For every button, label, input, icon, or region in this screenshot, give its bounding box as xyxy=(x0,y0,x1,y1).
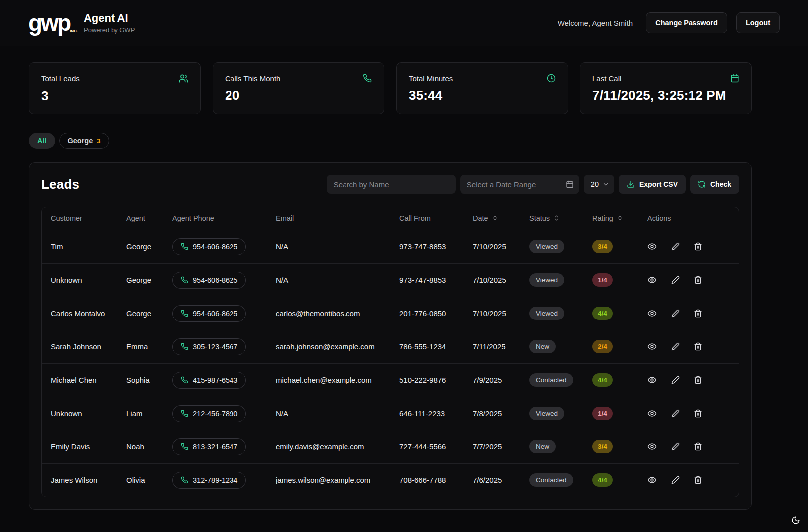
agent-phone-pill[interactable]: 813-321-6547 xyxy=(172,438,246,455)
check-label: Check xyxy=(710,180,731,188)
email-cell: N/A xyxy=(271,230,394,263)
leads-table-body: Tim George 954-606-8625 N/A 973-747-8853… xyxy=(42,230,739,497)
view-button[interactable] xyxy=(647,342,657,351)
row-actions xyxy=(647,375,736,385)
edit-button[interactable] xyxy=(671,376,680,384)
view-button[interactable] xyxy=(647,375,657,385)
filter-agent-count: 3 xyxy=(97,137,100,145)
phone-icon xyxy=(181,276,188,284)
export-csv-button[interactable]: Export CSV xyxy=(619,175,686,194)
view-button[interactable] xyxy=(647,309,657,318)
agent-phone-pill[interactable]: 415-987-6543 xyxy=(172,372,246,389)
email-cell: sarah.johnson@example.com xyxy=(271,330,394,363)
stat-value: 3 xyxy=(41,88,188,104)
edit-button[interactable] xyxy=(671,309,680,318)
delete-button[interactable] xyxy=(694,342,702,351)
pencil-icon xyxy=(671,342,680,351)
stat-label: Calls This Month xyxy=(225,74,280,83)
delete-button[interactable] xyxy=(694,476,702,484)
search-input[interactable] xyxy=(327,175,456,194)
phone-icon xyxy=(181,476,188,484)
edit-button[interactable] xyxy=(671,442,680,451)
gwp-logo-inc: INC. xyxy=(70,30,78,33)
pencil-icon xyxy=(671,409,680,418)
agent-phone-pill[interactable]: 954-606-8625 xyxy=(172,238,246,255)
date-cell: 7/10/2025 xyxy=(468,230,524,263)
edit-button[interactable] xyxy=(671,342,680,351)
stat-label: Last Call xyxy=(592,74,621,83)
calendar-icon xyxy=(566,180,574,188)
logout-button[interactable]: Logout xyxy=(736,12,780,33)
trash-icon xyxy=(694,309,702,318)
customer-cell: Sarah Johnson xyxy=(42,330,121,363)
status-badge: New xyxy=(529,340,556,353)
phone-icon xyxy=(181,410,188,417)
row-actions xyxy=(647,409,736,418)
col-header-agent-phone: Agent Phone xyxy=(167,207,271,230)
filter-all-chip[interactable]: All xyxy=(29,133,55,149)
customer-cell: Michael Chen xyxy=(42,363,121,397)
edit-button[interactable] xyxy=(671,476,680,484)
rating-badge: 1/4 xyxy=(592,407,613,420)
delete-button[interactable] xyxy=(694,309,702,318)
delete-button[interactable] xyxy=(694,442,702,451)
agent-phone-pill[interactable]: 954-606-8625 xyxy=(172,272,246,289)
filter-agent-chip-george[interactable]: George 3 xyxy=(59,133,109,149)
view-button[interactable] xyxy=(647,475,657,485)
trash-icon xyxy=(694,442,702,451)
agent-phone-pill[interactable]: 305-123-4567 xyxy=(172,338,246,355)
eye-icon xyxy=(647,275,657,285)
edit-button[interactable] xyxy=(671,276,680,284)
view-button[interactable] xyxy=(647,442,657,451)
pencil-icon xyxy=(671,442,680,451)
dark-mode-toggle[interactable] xyxy=(791,516,800,525)
change-password-button[interactable]: Change Password xyxy=(646,12,727,33)
agent-phone-pill[interactable]: 954-606-8625 xyxy=(172,305,246,322)
email-cell: michael.chen@example.com xyxy=(271,363,394,397)
eye-icon xyxy=(647,475,657,485)
leads-toolbar: Select a Date Range 20 Export CSV xyxy=(327,175,739,194)
trash-icon xyxy=(694,242,702,251)
date-cell: 7/7/2025 xyxy=(468,430,524,463)
page-size-select[interactable]: 20 xyxy=(584,175,614,194)
col-header-status[interactable]: Status xyxy=(524,207,587,230)
check-button[interactable]: Check xyxy=(690,175,739,194)
filter-agent-label: George xyxy=(68,137,93,145)
col-header-date[interactable]: Date xyxy=(468,207,524,230)
delete-button[interactable] xyxy=(694,242,702,251)
col-header-actions: Actions xyxy=(642,207,739,230)
col-header-call-from: Call From xyxy=(394,207,468,230)
refresh-icon xyxy=(698,180,706,188)
agent-phone-pill[interactable]: 312-789-1234 xyxy=(172,472,246,489)
agent-cell: George xyxy=(121,297,167,330)
trash-icon xyxy=(694,409,702,418)
pencil-icon xyxy=(671,309,680,318)
edit-button[interactable] xyxy=(671,242,680,251)
delete-button[interactable] xyxy=(694,276,702,284)
delete-button[interactable] xyxy=(694,409,702,418)
date-range-input[interactable]: Select a Date Range xyxy=(460,175,579,194)
edit-button[interactable] xyxy=(671,409,680,418)
customer-cell: Carlos Montalvo xyxy=(42,297,121,330)
stat-value: 35:44 xyxy=(409,88,556,103)
email-cell: carlos@themontibos.com xyxy=(271,297,394,330)
view-button[interactable] xyxy=(647,275,657,285)
table-row: Tim George 954-606-8625 N/A 973-747-8853… xyxy=(42,230,739,263)
col-header-customer: Customer xyxy=(42,207,121,230)
view-button[interactable] xyxy=(647,409,657,418)
page-size-value: 20 xyxy=(591,180,599,188)
view-button[interactable] xyxy=(647,242,657,251)
agent-cell: Olivia xyxy=(121,463,167,497)
filter-chips: All George 3 xyxy=(29,133,752,149)
agent-cell: Noah xyxy=(121,430,167,463)
rating-badge: 1/4 xyxy=(592,273,613,287)
rating-badge: 3/4 xyxy=(592,240,613,253)
agent-phone-number: 813-321-6547 xyxy=(193,443,237,451)
email-cell: N/A xyxy=(271,263,394,297)
phone-icon xyxy=(181,310,188,317)
agent-phone-pill[interactable]: 212-456-7890 xyxy=(172,405,246,422)
col-header-rating[interactable]: Rating xyxy=(587,207,642,230)
agent-phone-number: 954-606-8625 xyxy=(193,310,237,318)
delete-button[interactable] xyxy=(694,376,702,384)
agent-cell: Emma xyxy=(121,330,167,363)
